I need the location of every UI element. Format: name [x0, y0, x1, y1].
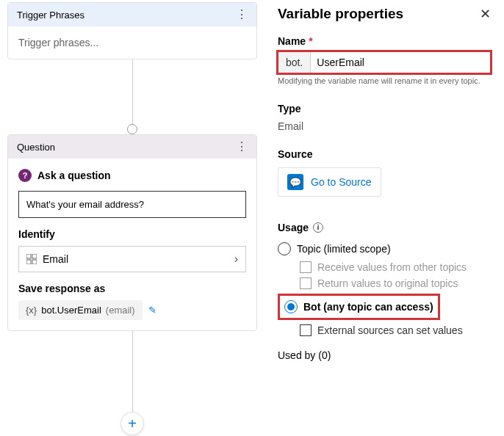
variable-properties-panel: Variable properties ✕ Name * bot. Modify…: [264, 0, 504, 436]
usage-radio-topic[interactable]: Topic (limited scope): [278, 241, 491, 257]
source-label: Source: [278, 148, 491, 160]
usage-receive-label: Receive values from other topics: [317, 261, 467, 273]
source-icon: 💬: [287, 174, 303, 190]
save-response-label: Save response as: [18, 283, 246, 294]
svg-rect-2: [26, 260, 31, 264]
required-star: *: [309, 35, 312, 47]
usage-return-label: Return values to original topics: [317, 277, 458, 289]
name-label: Name: [278, 35, 306, 47]
trigger-menu-dots[interactable]: ⋮: [236, 9, 248, 21]
edit-pencil-icon[interactable]: ✎: [148, 305, 156, 316]
radio-icon: [278, 242, 291, 255]
trigger-card-header: Trigger Phrases ⋮: [8, 3, 256, 26]
variable-chip[interactable]: {x} bot.UserEmail (email): [18, 300, 143, 320]
question-card-header: Question ⋮: [8, 135, 256, 159]
trigger-phrases-placeholder[interactable]: Trigger phrases...: [8, 26, 256, 59]
checkbox-icon: [300, 261, 312, 273]
question-icon: ?: [18, 169, 32, 182]
svg-rect-3: [32, 260, 37, 264]
info-icon[interactable]: i: [313, 222, 323, 233]
go-to-source-button[interactable]: 💬 Go to Source: [278, 167, 381, 197]
chevron-right-icon: ›: [234, 252, 238, 266]
trigger-header-label: Trigger Phrases: [17, 10, 84, 21]
close-icon[interactable]: ✕: [480, 6, 491, 22]
question-menu-dots[interactable]: ⋮: [236, 141, 248, 153]
variable-name: bot.UserEmail: [41, 305, 101, 316]
identify-value: Email: [43, 253, 68, 265]
type-label: Type: [278, 103, 491, 115]
connector-line-2: [132, 331, 133, 412]
ask-question-title: ? Ask a question: [18, 169, 246, 182]
usage-check-external[interactable]: External sources can set values: [300, 324, 491, 336]
usage-topic-label: Topic (limited scope): [297, 243, 391, 255]
usage-label: Usage: [278, 222, 309, 233]
connector-node: [127, 124, 137, 134]
name-prefix: bot.: [278, 52, 311, 73]
type-value: Email: [278, 120, 491, 132]
name-input-wrapper: bot.: [278, 51, 491, 73]
svg-rect-1: [32, 254, 37, 258]
usage-check-return: Return values to original topics: [300, 277, 491, 289]
svg-rect-0: [26, 254, 31, 258]
checkbox-icon: [300, 324, 312, 336]
trigger-phrases-card: Trigger Phrases ⋮ Trigger phrases...: [7, 2, 257, 59]
entity-icon: [26, 254, 37, 264]
identify-selector[interactable]: Email ›: [18, 246, 246, 272]
name-hint: Modifying the variable name will rename …: [278, 76, 491, 85]
connector-line: [132, 59, 133, 129]
checkbox-icon: [300, 277, 312, 289]
bot-usage-highlight: Bot (any topic can access): [278, 294, 440, 320]
question-card: Question ⋮ ? Ask a question Identify Ema…: [7, 134, 257, 331]
source-link-text: Go to Source: [311, 176, 372, 188]
identify-label: Identify: [18, 228, 246, 240]
usage-radio-bot[interactable]: Bot (any topic can access): [284, 299, 433, 315]
usage-bot-label: Bot (any topic can access): [303, 301, 433, 313]
variable-type-suffix: (email): [106, 305, 135, 316]
radio-checked-icon: [284, 300, 298, 313]
question-header-label: Question: [17, 142, 55, 153]
add-node-button[interactable]: +: [120, 412, 144, 435]
variable-name-input[interactable]: [311, 52, 490, 73]
question-text-input[interactable]: [18, 191, 246, 218]
variable-x-icon: {x}: [26, 305, 37, 316]
usage-external-label: External sources can set values: [317, 324, 463, 336]
ask-question-label: Ask a question: [37, 170, 111, 181]
usage-check-receive: Receive values from other topics: [300, 261, 491, 273]
panel-title: Variable properties: [278, 6, 403, 22]
used-by-label: Used by (0): [278, 349, 491, 361]
